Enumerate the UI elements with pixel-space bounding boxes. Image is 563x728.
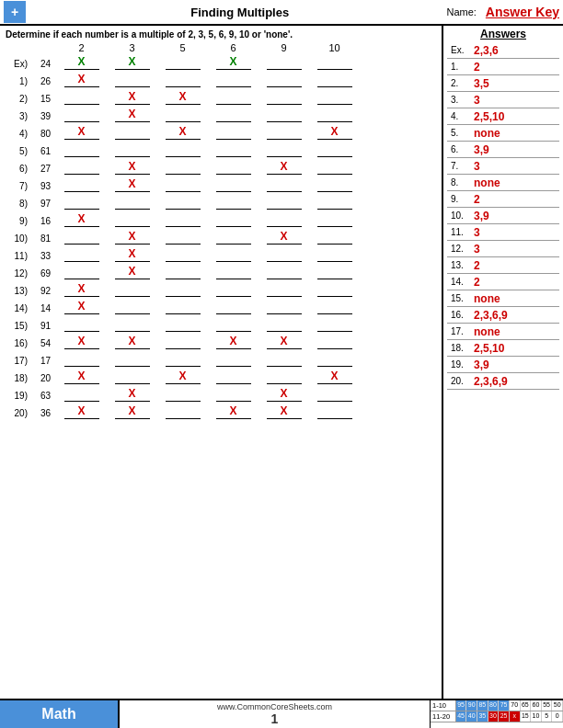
problem-8-cell-2 <box>157 197 208 210</box>
problem-14-cell-0: X <box>56 301 107 314</box>
problem-9-cell-2 <box>157 214 208 227</box>
logo-icon: + <box>4 1 26 23</box>
ak-label-14: 14. <box>451 277 474 287</box>
problem-11-cell-5 <box>309 249 360 262</box>
answer-key-panel: Answers Ex.2,3,61.22.3,53.34.2,5,105.non… <box>443 26 563 699</box>
problem-14-cell-3 <box>208 301 259 314</box>
problem-5-cell-4 <box>259 144 309 157</box>
problem-19-cell-0 <box>56 389 107 402</box>
footer-page-number: 1 <box>271 711 279 726</box>
ak-label-16: 16. <box>451 310 474 320</box>
ak-label-8: 8. <box>451 177 474 188</box>
problem-number-8: 97 <box>31 199 56 209</box>
problem-label-17: 17) <box>6 356 31 366</box>
problem-10-cell-0 <box>56 232 107 245</box>
example-cell-2 <box>157 57 208 70</box>
problem-18-cell-0: X <box>56 371 107 384</box>
problem-row-20: 20)36XXXX <box>6 404 436 421</box>
problem-9-cell-0: X <box>56 214 107 227</box>
col-header-3: 3 <box>107 42 157 53</box>
problem-1-cell-2 <box>157 74 208 87</box>
score-70: 70 <box>510 700 521 711</box>
problem-16-cell-1: X <box>107 336 157 349</box>
problem-4-cell-5: X <box>309 127 360 140</box>
problem-label-15: 15) <box>6 321 31 331</box>
problem-4-cell-0: X <box>56 127 107 140</box>
problem-2-cell-0 <box>56 92 107 105</box>
problem-7-cell-2 <box>157 179 208 192</box>
ak-row-3: 3.3 <box>447 92 559 108</box>
ak-answer-2: 3,5 <box>474 77 489 90</box>
ak-label-18: 18. <box>451 343 474 353</box>
score-95: 95 <box>456 700 467 711</box>
problem-13-cell-5 <box>309 284 360 297</box>
ak-row-5: 5.none <box>447 125 559 142</box>
problem-18-cell-3 <box>208 371 259 384</box>
problem-14-cell-2 <box>157 301 208 314</box>
problem-16-cell-2 <box>157 336 208 349</box>
problem-3-cell-5 <box>309 109 360 122</box>
problem-11-cell-1: X <box>107 249 157 262</box>
ak-label-2: 2. <box>451 78 474 88</box>
problem-20-cell-0: X <box>56 406 107 419</box>
problem-number-2: 15 <box>31 94 56 104</box>
footer-middle: www.CommonCoreSheets.com 1 <box>120 700 430 728</box>
problem-20-cell-2 <box>157 406 208 419</box>
problem-15-cell-4 <box>259 319 309 332</box>
problem-11-cell-2 <box>157 249 208 262</box>
ak-row-2: 2.3,5 <box>447 75 559 92</box>
answer-key-rows: Ex.2,3,61.22.3,53.34.2,5,105.none6.3,97.… <box>447 42 559 390</box>
ak-row-7: 7.3 <box>447 158 559 175</box>
problem-2-cell-5 <box>309 92 360 105</box>
example-cell-1: X <box>107 57 157 70</box>
score-5: 5 <box>542 711 553 722</box>
ak-row-19: 19.3,9 <box>447 357 559 373</box>
example-cell-0: X <box>56 57 107 70</box>
problem-number-7: 93 <box>31 181 56 191</box>
problem-10-cell-4: X <box>259 232 309 245</box>
problem-6-cell-3 <box>208 162 259 175</box>
ak-label-13: 13. <box>451 260 474 270</box>
problem-20-cell-4: X <box>259 406 309 419</box>
problem-12-cell-2 <box>157 267 208 279</box>
problem-number-9: 16 <box>31 216 56 226</box>
problem-9-cell-3 <box>208 214 259 227</box>
example-cell-4 <box>259 57 309 70</box>
name-label: Name: <box>446 6 476 17</box>
score-60: 60 <box>531 700 542 711</box>
problem-8-cell-5 <box>309 197 360 210</box>
problem-7-cell-1: X <box>107 179 157 192</box>
problem-label-8: 8) <box>6 199 31 209</box>
problem-row-7: 7)93X <box>6 177 436 194</box>
problem-15-cell-0 <box>56 319 107 332</box>
instructions-text: Determine if each number is a multiple o… <box>6 29 436 40</box>
problem-6-cell-1: X <box>107 162 157 175</box>
main-content: Determine if each number is a multiple o… <box>0 26 563 699</box>
problem-17-cell-0 <box>56 354 107 367</box>
problem-1-cell-4 <box>259 74 309 87</box>
problem-label-1: 1) <box>6 76 31 86</box>
score-65: 65 <box>521 700 532 711</box>
ak-answer-6: 3,9 <box>474 143 489 156</box>
problem-label-12: 12) <box>6 268 31 279</box>
problem-row-17: 17)17 <box>6 352 436 369</box>
problem-number-17: 17 <box>31 356 56 366</box>
ak-row-6: 6.3,9 <box>447 142 559 158</box>
footer-scores: 1-10 95 90 85 80 75 70 65 60 55 50 11-20… <box>430 700 563 728</box>
problem-15-cell-1 <box>107 319 157 332</box>
ak-row-20: 20.2,3,6,9 <box>447 373 559 390</box>
problem-number-10: 81 <box>31 233 56 244</box>
example-cell-3: X <box>208 57 259 70</box>
problem-19-cell-5 <box>309 389 360 402</box>
col-header-6: 6 <box>208 42 259 53</box>
problem-7-cell-0 <box>56 179 107 192</box>
problem-5-cell-0 <box>56 144 107 157</box>
problem-label-18: 18) <box>6 373 31 383</box>
problem-18-cell-5: X <box>309 371 360 384</box>
footer-math-label: Math <box>0 700 120 728</box>
score-85: 85 <box>477 700 488 711</box>
footer-website: www.CommonCoreSheets.com <box>217 702 332 711</box>
problem-19-cell-1: X <box>107 389 157 402</box>
problem-18-cell-1 <box>107 371 157 384</box>
ak-label-9: 9. <box>451 194 474 204</box>
